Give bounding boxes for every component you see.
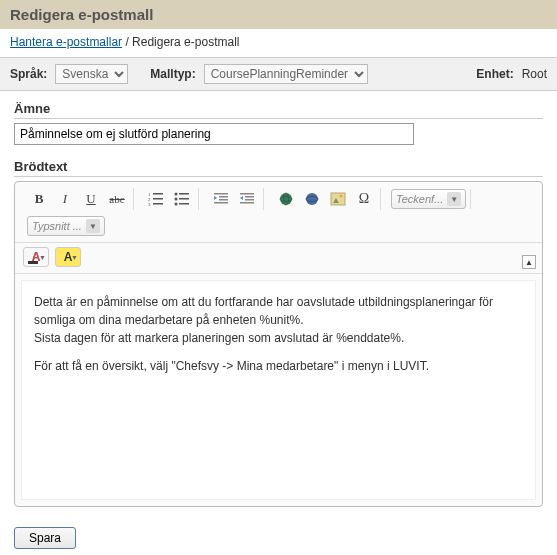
image-icon bbox=[330, 191, 346, 207]
chevron-down-icon: ▼ bbox=[39, 254, 46, 261]
page-header: Redigera e-postmall bbox=[0, 0, 557, 29]
unlink-button[interactable] bbox=[300, 188, 324, 210]
body-paragraph: För att få en översikt, välj "Chefsvy ->… bbox=[34, 357, 523, 375]
svg-rect-14 bbox=[219, 199, 228, 201]
chevron-down-icon: ▼ bbox=[71, 254, 78, 261]
editor-body[interactable]: Detta är en påminnelse om att du fortfar… bbox=[21, 280, 536, 500]
breadcrumb-link-manage[interactable]: Hantera e-postmallar bbox=[10, 35, 122, 49]
content: Ämne Brödtext B I U abc 123 bbox=[0, 91, 557, 517]
svg-rect-17 bbox=[240, 193, 254, 195]
svg-point-6 bbox=[175, 193, 178, 196]
template-type-label: Malltyp: bbox=[150, 67, 195, 81]
rich-text-editor: B I U abc 123 bbox=[14, 181, 543, 507]
svg-rect-3 bbox=[153, 198, 163, 200]
special-char-button[interactable]: Ω bbox=[352, 188, 376, 210]
svg-marker-16 bbox=[214, 196, 217, 200]
image-button[interactable] bbox=[326, 188, 350, 210]
chevron-down-icon: ▼ bbox=[447, 192, 461, 206]
svg-rect-13 bbox=[219, 196, 228, 198]
strikethrough-button[interactable]: abc bbox=[105, 188, 129, 210]
text-color-button[interactable]: A ▼ bbox=[23, 247, 49, 267]
language-label: Språk: bbox=[10, 67, 47, 81]
svg-rect-19 bbox=[245, 199, 254, 201]
chevron-down-icon: ▼ bbox=[86, 219, 100, 233]
outdent-button[interactable] bbox=[209, 188, 233, 210]
svg-point-22 bbox=[280, 193, 292, 205]
ordered-list-icon: 123 bbox=[148, 191, 164, 207]
italic-button[interactable]: I bbox=[53, 188, 77, 210]
outdent-icon bbox=[213, 191, 229, 207]
template-type-select[interactable]: CoursePlanningReminder bbox=[204, 64, 368, 84]
unit-label: Enhet: bbox=[476, 67, 513, 81]
svg-point-8 bbox=[175, 198, 178, 201]
editor-toolbar-row2: A ▼ A ▼ ▲ bbox=[15, 243, 542, 274]
body-paragraph: Sista dagen för att markera planeringen … bbox=[34, 329, 523, 347]
svg-point-10 bbox=[175, 203, 178, 206]
subject-label: Ämne bbox=[14, 101, 543, 119]
font-size-select[interactable]: Typsnitt ... ▼ bbox=[27, 216, 105, 236]
page-title: Redigera e-postmall bbox=[10, 6, 153, 23]
underline-button[interactable]: U bbox=[79, 188, 103, 210]
svg-rect-27 bbox=[331, 193, 345, 205]
svg-rect-7 bbox=[179, 193, 189, 195]
background-color-button[interactable]: A ▼ bbox=[55, 247, 81, 267]
svg-point-25 bbox=[306, 193, 318, 205]
svg-rect-20 bbox=[240, 202, 254, 204]
unlink-icon bbox=[304, 191, 320, 207]
svg-marker-21 bbox=[240, 196, 243, 200]
svg-point-29 bbox=[340, 195, 343, 198]
language-select[interactable]: Svenska bbox=[55, 64, 128, 84]
link-icon bbox=[278, 191, 294, 207]
body-paragraph: Detta är en påminnelse om att du fortfar… bbox=[34, 293, 523, 329]
svg-rect-1 bbox=[153, 193, 163, 195]
svg-rect-12 bbox=[214, 193, 228, 195]
unit-value: Root bbox=[522, 67, 547, 81]
unordered-list-icon bbox=[174, 191, 190, 207]
unordered-list-button[interactable] bbox=[170, 188, 194, 210]
svg-rect-9 bbox=[179, 198, 189, 200]
indent-button[interactable] bbox=[235, 188, 259, 210]
body-label: Brödtext bbox=[14, 159, 543, 177]
font-family-select[interactable]: Teckenf... ▼ bbox=[391, 189, 466, 209]
breadcrumb-current: Redigera e-postmall bbox=[132, 35, 239, 49]
svg-text:3: 3 bbox=[148, 202, 151, 207]
filter-bar: Språk: Svenska Malltyp: CoursePlanningRe… bbox=[0, 57, 557, 91]
ordered-list-button[interactable]: 123 bbox=[144, 188, 168, 210]
svg-rect-18 bbox=[245, 196, 254, 198]
expand-toolbar-button[interactable]: ▲ bbox=[522, 255, 536, 269]
indent-icon bbox=[239, 191, 255, 207]
editor-toolbar-row1: B I U abc 123 bbox=[15, 182, 542, 243]
svg-rect-5 bbox=[153, 203, 163, 205]
bold-button[interactable]: B bbox=[27, 188, 51, 210]
svg-rect-15 bbox=[214, 202, 228, 204]
subject-input[interactable] bbox=[14, 123, 414, 145]
actions-row: Spara bbox=[0, 517, 557, 555]
breadcrumb: Hantera e-postmallar / Redigera e-postma… bbox=[0, 29, 557, 55]
save-button[interactable]: Spara bbox=[14, 527, 76, 549]
svg-rect-11 bbox=[179, 203, 189, 205]
link-button[interactable] bbox=[274, 188, 298, 210]
